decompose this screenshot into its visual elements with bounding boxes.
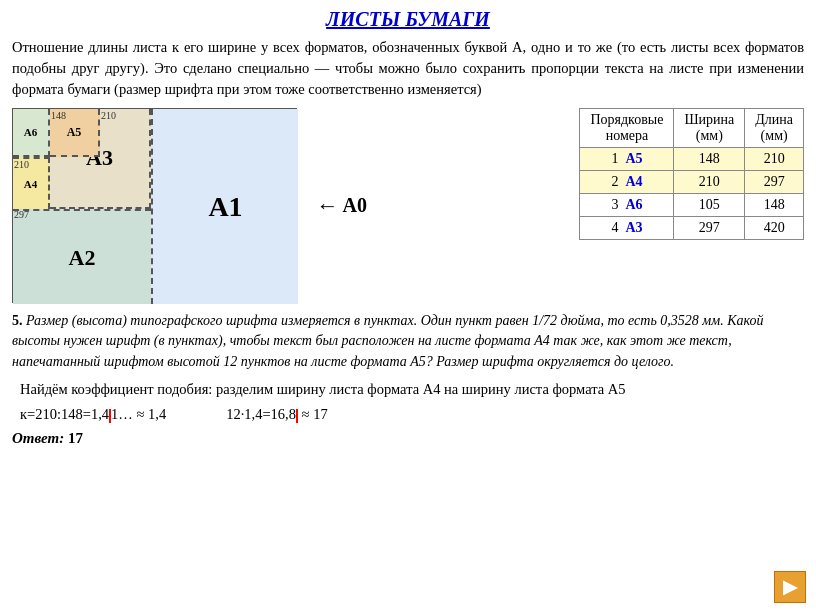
paper-sizes-table: Порядковыеномера Ширина(мм) Длина(мм) 1 … — [579, 108, 804, 240]
row-num: 4 A3 — [580, 217, 674, 240]
page-title: ЛИСТЫ БУМАГИ — [12, 8, 804, 31]
format-label: A6 — [625, 197, 642, 212]
a6-block: A6 — [13, 109, 50, 157]
problem-section: 5. Размер (высота) типографского шрифта … — [12, 311, 804, 372]
row-num: 1 A5 — [580, 148, 674, 171]
col-header-num: Порядковыеномера — [580, 109, 674, 148]
row-num: 2 A4 — [580, 171, 674, 194]
math-expression-2: 12·1,4=16,8 ≈ 17 — [226, 403, 328, 426]
row-width: 210 — [674, 171, 745, 194]
problem-number: 5. — [12, 313, 23, 328]
row-length: 420 — [745, 217, 804, 240]
dim-210-left: 210 — [14, 159, 29, 170]
a0-label-area: ← A0 — [317, 193, 367, 219]
a2-block: A2 — [13, 209, 151, 304]
dim-297: 297 — [14, 209, 29, 220]
row-length: 297 — [745, 171, 804, 194]
dim-210-top: 210 — [101, 110, 116, 121]
dim-148: 148 — [51, 110, 66, 121]
row-width: 297 — [674, 217, 745, 240]
format-label: A4 — [625, 174, 642, 189]
format-label: A5 — [625, 151, 642, 166]
a1-block: A1 — [151, 109, 298, 304]
table-row: 4 A3 297 420 — [580, 217, 804, 240]
answer-section: Ответ: 17 — [12, 430, 804, 447]
format-label: A3 — [625, 220, 642, 235]
solution-intro: Найдём коэффициент подобия: разделим шир… — [20, 381, 626, 397]
row-num: 3 A6 — [580, 194, 674, 217]
a0-arrow-icon: ← — [317, 193, 339, 219]
solution-section: Найдём коэффициент подобия: разделим шир… — [20, 378, 804, 426]
answer-value: 17 — [68, 430, 83, 446]
a0-label: A0 — [343, 194, 367, 217]
col-header-width: Ширина(мм) — [674, 109, 745, 148]
row-width: 105 — [674, 194, 745, 217]
row-width: 148 — [674, 148, 745, 171]
next-arrow-icon: ▶ — [783, 576, 797, 598]
table-row: 3 A6 105 148 — [580, 194, 804, 217]
row-length: 148 — [745, 194, 804, 217]
answer-label: Ответ: — [12, 430, 64, 446]
table-row: 2 A4 210 297 — [580, 171, 804, 194]
paper-diagram: A1 A2 A3 A4 A5 A6 210 148 — [12, 108, 297, 303]
math-expression-1: к=210:148=1,41… ≈ 1,4 — [20, 403, 166, 426]
table-row: 1 A5 148 210 — [580, 148, 804, 171]
row-length: 210 — [745, 148, 804, 171]
col-header-length: Длина(мм) — [745, 109, 804, 148]
next-button[interactable]: ▶ — [774, 571, 806, 603]
intro-text: Отношение длины листа к его ширине у все… — [12, 37, 804, 100]
